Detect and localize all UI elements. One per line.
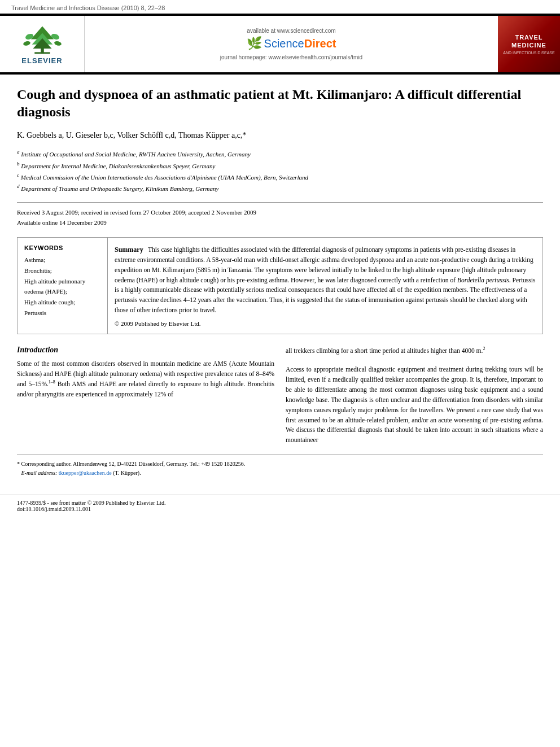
svg-point-6 [50,33,60,41]
summary-label: Summary [115,246,143,254]
elsevier-logo-area: ELSEVIER [0,16,85,72]
received-info: Received 3 August 2009; received in revi… [17,202,543,228]
sciencedirect-text: ScienceDirect [264,37,336,50]
cover-subtitle: AND INFECTIOUS DISEASE [503,51,554,55]
copyright-text: © 2009 Published by Elsevier Ltd. [115,320,536,327]
elsevier-logo: ELSEVIER [20,24,65,65]
svg-point-5 [24,33,34,41]
elsevier-tree-icon [20,24,65,55]
available-online-text: Available online 14 December 2009 [17,217,543,228]
authors-line: K. Goebbels a, U. Gieseler b,c, Volker S… [17,131,543,140]
body-right-column: all trekkers climbing for a short time p… [286,346,543,445]
affil-c: c Medical Commission of the Union Intern… [17,171,543,182]
body-left-column: Introduction Some of the most common dis… [17,346,274,445]
intro-heading: Introduction [17,346,274,355]
intro-right-text: all trekkers climbing for a short time p… [286,346,543,356]
svg-rect-1 [34,52,50,54]
email-link[interactable]: tkuepper@ukaachen.de [59,470,112,476]
journal-citation-text: Travel Medicine and Infectious Disease (… [11,5,165,11]
summary-paragraph: Summary This case highlights the difficu… [115,244,536,316]
summary-section: KEYWORDS Asthma; Bronchitis; High altitu… [17,237,543,334]
elsevier-text: ELSEVIER [21,56,62,65]
affil-a: a Institute of Occupational and Social M… [17,148,543,159]
affil-d: d Department of Trauma and Orthopaedic S… [17,182,543,194]
received-text: Received 3 August 2009; received in revi… [17,207,543,218]
journal-citation: Travel Medicine and Infectious Disease (… [0,0,560,14]
intro-left-text: Some of the most common disorders observ… [17,359,274,400]
keyword-bronchitis: Bronchitis; [24,265,100,276]
page-footer: 1477-8939/$ - see front matter © 2009 Pu… [0,495,560,517]
svg-point-8 [54,40,62,46]
keyword-altitude-cough: High altitude cough; [24,297,100,308]
journal-homepage-text: journal homepage: www.elsevierhealth.com… [220,54,362,60]
travel-medicine-cover: TRAVELMEDICINE AND INFECTIOUS DISEASE [498,16,560,72]
body-columns: Introduction Some of the most common dis… [17,346,543,445]
keyword-asthma: Asthma; [24,255,100,265]
affil-b: b Department for Internal Medicine, Diak… [17,160,543,171]
intro-right-text-2: Access to appropriate medical diagnostic… [286,365,543,445]
svg-point-7 [23,40,30,46]
doi-line: doi:10.1016/j.tmaid.2009.11.001 [17,506,543,512]
keywords-column: KEYWORDS Asthma; Bronchitis; High altitu… [18,238,108,334]
issn-line: 1477-8939/$ - see front matter © 2009 Pu… [17,500,543,506]
available-at-text: available at www.sciencedirect.com [247,28,335,34]
journal-header: ELSEVIER available at www.sciencedirect.… [0,15,560,73]
footer-notes: * Corresponding author. Allmendenweg 52,… [17,455,543,478]
summary-column: Summary This case highlights the difficu… [108,238,542,334]
email-note: E-mail address: tkuepper@ukaachen.de (T.… [17,469,543,478]
keyword-hape: High altitude pulmonaryoedema (HAPE); [24,276,100,297]
keywords-heading: KEYWORDS [24,244,100,251]
sd-leaf-icon: 🌿 [247,36,262,51]
keyword-pertussis: Pertussis [24,308,100,318]
sciencedirect-logo: 🌿 ScienceDirect [247,36,336,51]
journal-center: available at www.sciencedirect.com 🌿 Sci… [85,16,498,72]
article-content: Cough and dyspnoea of an asthmatic patie… [0,75,560,489]
article-title: Cough and dyspnoea of an asthmatic patie… [17,86,543,121]
cover-title: TRAVELMEDICINE [511,33,546,50]
page-wrapper: Travel Medicine and Infectious Disease (… [0,0,560,747]
affiliations: a Institute of Occupational and Social M… [17,148,543,194]
corresponding-note: * Corresponding author. Allmendenweg 52,… [17,460,543,469]
